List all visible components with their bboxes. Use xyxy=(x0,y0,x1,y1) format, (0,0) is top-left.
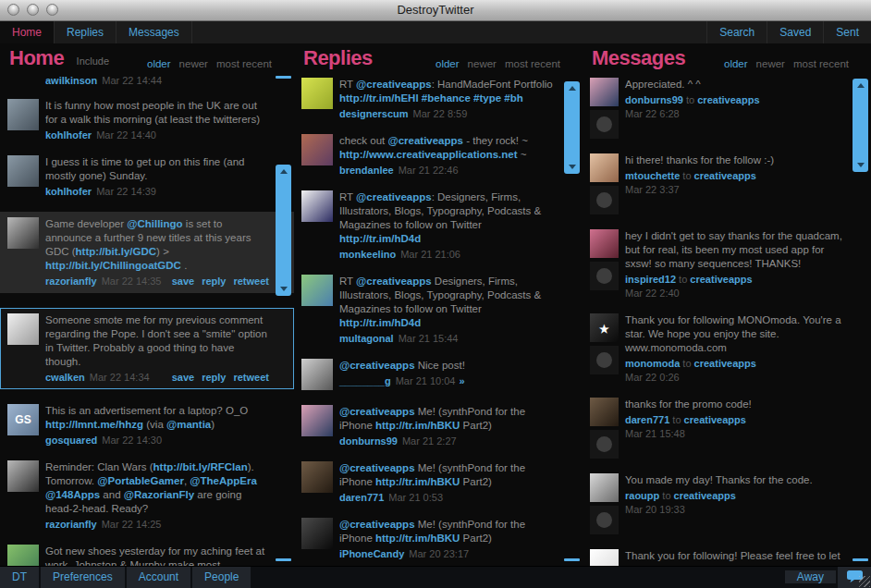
retweet-action[interactable]: retweet xyxy=(233,372,269,383)
tweet-link[interactable]: http://www.creativeapplications.net xyxy=(339,149,518,160)
scroll-indicator-bottom[interactable] xyxy=(276,558,291,561)
status-bubble-cell[interactable] xyxy=(838,567,871,588)
tweet[interactable]: @creativeapps Me! (synthPond for the iPh… xyxy=(301,461,558,503)
avatar[interactable] xyxy=(301,190,333,222)
tweet[interactable]: Reminder: Clan Wars (http://bit.ly/RFCla… xyxy=(7,460,269,530)
tweet-link[interactable]: @TheAppEra xyxy=(190,475,257,486)
minimize-button[interactable] xyxy=(27,4,39,16)
tweet-link[interactable]: @PortableGamer xyxy=(97,475,184,486)
tweet[interactable]: Appreciated. ^ ^ donburns99 to creativea… xyxy=(590,78,846,139)
username-link[interactable]: monkeelino xyxy=(339,249,396,260)
username-link[interactable]: mtouchette xyxy=(625,170,680,181)
avatar[interactable] xyxy=(301,359,333,390)
recipient-avatar[interactable] xyxy=(590,262,619,290)
recipient-avatar[interactable] xyxy=(590,506,619,534)
sort-newer[interactable]: newer xyxy=(756,58,785,69)
tab-replies[interactable]: Replies xyxy=(55,21,117,43)
bottombar-preferences[interactable]: Preferences xyxy=(41,567,125,588)
username-link[interactable]: designerscum xyxy=(339,108,409,119)
tweet-link[interactable]: http://bit.ly/GDC xyxy=(76,246,157,257)
reply-action[interactable]: reply xyxy=(202,276,226,287)
recipient-link[interactable]: creativeapps xyxy=(690,274,752,285)
tweet-link[interactable]: #behance xyxy=(422,92,471,104)
avatar[interactable] xyxy=(7,460,39,492)
tweet[interactable]: Someone smote me for my previous comment… xyxy=(0,308,294,389)
tweet-link[interactable]: http://tr.im/hD4d xyxy=(339,233,421,244)
tweet-link[interactable]: @mantia xyxy=(166,419,211,430)
avatar[interactable] xyxy=(7,217,39,249)
retweet-action[interactable]: retweet xyxy=(233,276,269,287)
tweet[interactable]: It is funny how most people in the UK ar… xyxy=(7,99,269,141)
bottombar-people[interactable]: People xyxy=(192,567,251,588)
avatar[interactable] xyxy=(301,134,333,165)
avatar[interactable] xyxy=(590,398,619,426)
tweet[interactable]: thanks for the promo code! daren771 to c… xyxy=(590,398,846,459)
username-link[interactable]: razorianfly xyxy=(45,276,97,287)
tab-home[interactable]: Home xyxy=(0,21,55,43)
username-link[interactable]: raoupp xyxy=(625,490,659,501)
avatar[interactable] xyxy=(7,99,39,130)
tweet-link[interactable]: @creativeapps xyxy=(387,135,463,146)
tweet-link[interactable]: @creativeapps xyxy=(339,462,415,473)
tweet[interactable]: @creativeapps Me! (synthPond for the iPh… xyxy=(301,518,558,559)
tweet-link[interactable]: http://bit.ly/ChillingoatGDC xyxy=(45,260,181,271)
tweet-link[interactable]: #bh xyxy=(504,92,522,104)
avatar[interactable] xyxy=(7,313,39,345)
scroll-indicator-bottom[interactable] xyxy=(564,558,580,561)
username-link[interactable]: gosquared xyxy=(45,435,97,446)
tweet[interactable]: RT @creativeapps: HandMadeFont Portfolio… xyxy=(301,78,558,119)
recipient-avatar[interactable] xyxy=(590,110,619,139)
recipient-avatar[interactable] xyxy=(590,346,619,374)
recipient-link[interactable]: creativeapps xyxy=(694,170,756,181)
avatar[interactable] xyxy=(590,473,619,502)
tweet-link[interactable]: @creativeapps xyxy=(356,276,432,287)
username-link[interactable]: kohlhofer xyxy=(45,186,92,197)
recipient-link[interactable]: creativeapps xyxy=(697,94,759,105)
tweet-link[interactable]: http://tr.im/hBKU xyxy=(375,420,460,431)
username-link[interactable]: multagonal xyxy=(339,333,394,344)
tweet-link[interactable]: http://lmnt.me/hhzg xyxy=(45,419,143,430)
tweet[interactable]: check out @creativeapps - they rock! ~ h… xyxy=(301,134,558,176)
username-link[interactable]: brendanlee xyxy=(339,165,394,176)
close-button[interactable] xyxy=(7,4,19,16)
tab-saved[interactable]: Saved xyxy=(767,21,823,43)
sort-most-recent[interactable]: most recent xyxy=(216,58,272,69)
avatar[interactable] xyxy=(590,78,619,106)
tweet[interactable]: ★ Thank you for following MONOmoda. You'… xyxy=(590,313,846,383)
save-action[interactable]: save xyxy=(172,372,194,383)
tweet-link[interactable]: #type xyxy=(473,92,501,104)
save-action[interactable]: save xyxy=(172,276,194,287)
username-link[interactable]: donburns99 xyxy=(339,435,398,447)
avatar[interactable]: GS xyxy=(7,404,39,435)
tweet[interactable]: hey I didn't get to say thanks for the q… xyxy=(590,229,846,299)
username-link[interactable]: monomoda xyxy=(625,358,680,369)
recipient-link[interactable]: creativeapps xyxy=(674,490,736,501)
sort-older[interactable]: older xyxy=(724,58,748,69)
reply-action[interactable]: reply xyxy=(202,372,226,383)
sort-newer[interactable]: newer xyxy=(179,58,208,69)
tweet-link[interactable]: http://tr.im/hBKU xyxy=(375,533,460,544)
username-link[interactable]: donburns99 xyxy=(625,94,683,105)
recipient-avatar[interactable] xyxy=(590,430,619,459)
tweet[interactable]: GS This is an advertisement for a laptop… xyxy=(7,404,269,446)
avatar[interactable]: ★ xyxy=(590,313,619,342)
username-link[interactable]: daren771 xyxy=(625,414,669,425)
tweet[interactable]: Thank you for following! Please feel fre… xyxy=(590,549,846,566)
avatar[interactable] xyxy=(301,405,333,436)
resize-grip[interactable] xyxy=(859,576,870,587)
avatar[interactable] xyxy=(301,275,333,306)
tweet-link[interactable]: @creativeapps xyxy=(339,406,415,417)
bottombar-dt[interactable]: DT xyxy=(0,567,39,588)
avatar[interactable] xyxy=(590,229,619,258)
bottombar-away[interactable]: Away xyxy=(785,570,836,583)
avatar[interactable] xyxy=(301,518,333,549)
tweet[interactable]: RT @creativeapps Designers, Firms, Illus… xyxy=(301,275,558,344)
tweet-link[interactable]: @creativeapps xyxy=(356,191,432,202)
username-link[interactable]: kohlhofer xyxy=(45,129,92,141)
username-link[interactable]: cwalken xyxy=(45,372,85,383)
tweet-link[interactable]: http://bit.ly/RFClan xyxy=(153,461,248,472)
scrollbar-thumb[interactable] xyxy=(853,79,868,172)
tweet[interactable]: hi there! thanks for the follow :-) mtou… xyxy=(590,153,846,214)
tweet-link[interactable]: @creativeapps xyxy=(356,79,432,90)
username-link[interactable]: awilkinson xyxy=(45,76,97,86)
